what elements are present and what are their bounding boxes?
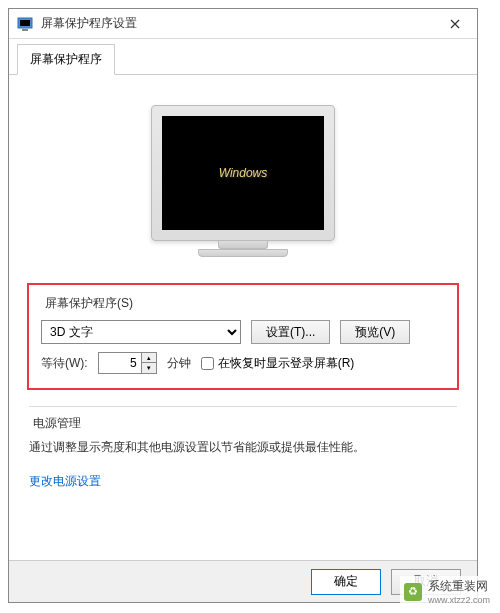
monitor-screen: Windows <box>162 116 324 230</box>
screensaver-settings-button[interactable]: 设置(T)... <box>251 320 330 344</box>
watermark-icon: ♻ <box>404 583 422 601</box>
screensaver-preview-area: Windows <box>27 87 459 269</box>
resume-login-checkbox-wrap[interactable]: 在恢复时显示登录屏幕(R) <box>201 355 355 372</box>
window-title: 屏幕保护程序设置 <box>41 15 441 32</box>
wait-spinner[interactable]: ▲ ▼ <box>98 352 157 374</box>
ok-button[interactable]: 确定 <box>311 569 381 595</box>
screensaver-preview-button[interactable]: 预览(V) <box>340 320 410 344</box>
power-group: 电源管理 通过调整显示亮度和其他电源设置以节省能源或提供最佳性能。 更改电源设置 <box>27 404 459 490</box>
close-button[interactable] <box>441 10 469 38</box>
watermark: ♻ 系统重装网 www.xtzz2.com <box>400 576 494 607</box>
tab-screensaver[interactable]: 屏幕保护程序 <box>17 44 115 75</box>
wait-increment-button[interactable]: ▲ <box>142 353 156 363</box>
wait-label: 等待(W): <box>41 355 88 372</box>
screensaver-select[interactable]: 3D 文字 <box>41 320 241 344</box>
resume-login-label: 在恢复时显示登录屏幕(R) <box>218 355 355 372</box>
screensaver-preview-text: Windows <box>219 166 268 180</box>
svg-rect-1 <box>20 20 30 26</box>
watermark-url: www.xtzz2.com <box>428 595 490 605</box>
monitor-graphic: Windows <box>151 105 335 259</box>
wait-unit: 分钟 <box>167 355 191 372</box>
dialog-content: Windows 屏幕保护程序(S) 3D 文字 设置(T)... 预览(V) 等… <box>9 75 477 560</box>
change-power-settings-link[interactable]: 更改电源设置 <box>29 473 101 490</box>
wait-input[interactable] <box>98 352 142 374</box>
close-icon <box>450 19 460 29</box>
dialog-window: 屏幕保护程序设置 屏幕保护程序 Windows 屏幕保护程序(S) <box>8 8 478 603</box>
power-group-label: 电源管理 <box>29 415 457 432</box>
app-icon <box>17 16 33 32</box>
power-description: 通过调整显示亮度和其他电源设置以节省能源或提供最佳性能。 <box>29 438 457 457</box>
screensaver-group: 屏幕保护程序(S) 3D 文字 设置(T)... 预览(V) 等待(W): ▲ … <box>27 283 459 390</box>
svg-rect-2 <box>22 29 28 31</box>
wait-decrement-button[interactable]: ▼ <box>142 363 156 373</box>
tab-row: 屏幕保护程序 <box>9 39 477 75</box>
screensaver-group-label: 屏幕保护程序(S) <box>41 295 445 312</box>
watermark-text: 系统重装网 <box>428 578 490 595</box>
titlebar: 屏幕保护程序设置 <box>9 9 477 39</box>
resume-login-checkbox[interactable] <box>201 357 214 370</box>
